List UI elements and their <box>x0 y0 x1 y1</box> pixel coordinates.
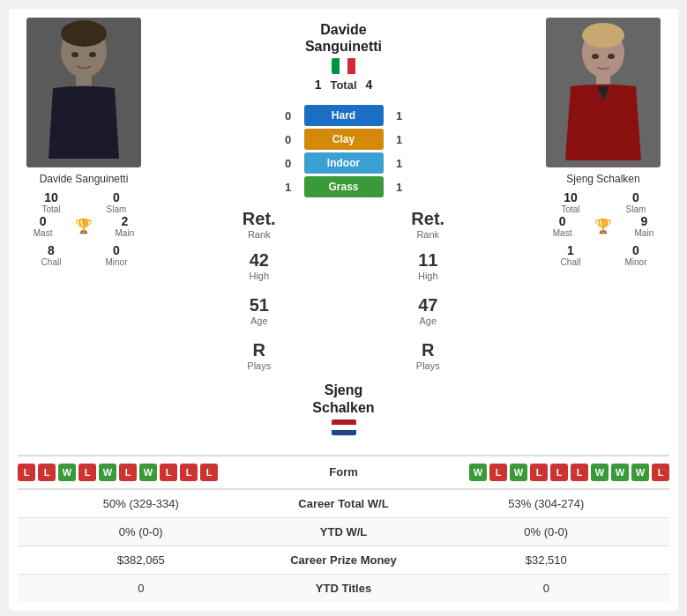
stats-section: 50% (329-334) Career Total W/L 53% (304-… <box>18 488 669 602</box>
player1-main-label: Main <box>116 228 135 238</box>
court-row-indoor: 0 Indoor 1 <box>166 152 521 174</box>
ytd-titles-p1: 0 <box>26 582 256 595</box>
svg-point-10 <box>592 54 599 59</box>
player2-total-cell: 10 Total <box>541 190 600 214</box>
p1-age-label: Age <box>250 315 269 326</box>
p2-plays-value: R <box>416 340 440 360</box>
p1-rank-block: Ret. Rank <box>243 209 276 240</box>
player2-total-label: Total <box>541 204 600 214</box>
form-badge-p1: L <box>78 464 96 481</box>
p2-rank-value: Ret. <box>411 209 444 229</box>
player1-flag <box>332 58 356 74</box>
form-badge-p2: W <box>510 464 527 481</box>
player2-minor-cell: 0 Minor <box>607 243 665 267</box>
player2-mast-label: Mast <box>553 228 572 238</box>
court-row-hard: 0 Hard 1 <box>166 105 521 126</box>
player1-total-label: Total <box>22 204 80 214</box>
total-row: 1 Total 4 <box>315 78 373 92</box>
form-badge-p2: L <box>489 464 507 481</box>
player1-trophy-icon: 🏆 <box>75 218 93 234</box>
form-badge-p1: L <box>200 464 218 481</box>
player2-panel: Sjeng Schalken 10 Total 0 Slam 0 Mast 🏆 <box>528 18 678 439</box>
svg-point-2 <box>61 20 107 47</box>
player2-chall-grid: 1 Chall 0 Minor <box>541 243 665 267</box>
grass-p2: 1 <box>391 181 408 194</box>
high-row: 42 High 11 High <box>166 243 521 288</box>
player2-total-value: 10 <box>541 190 600 204</box>
hard-button[interactable]: Hard <box>304 105 384 126</box>
player1-chall-value: 8 <box>22 243 80 257</box>
form-badge-p1: L <box>119 464 137 481</box>
player1-panel: Davide Sanguinetti 10 Total 0 Slam 0 Mas… <box>9 18 159 439</box>
player2-trophy-row: 0 Mast 🏆 9 Main <box>541 214 665 238</box>
player1-slam-label: Slam <box>87 204 146 214</box>
p1-age-value: 51 <box>250 295 269 315</box>
player1-mast-label: Mast <box>34 228 53 238</box>
p2-high-label: High <box>418 271 438 281</box>
form-badge-p1: L <box>180 464 198 481</box>
p2-high-block: 11 High <box>418 250 438 281</box>
prize-p1: $382,065 <box>26 553 256 567</box>
player1-minor-value: 0 <box>87 243 146 257</box>
clay-p2: 1 <box>391 133 408 146</box>
clay-p1: 0 <box>280 133 297 146</box>
player2-photo <box>546 18 661 167</box>
player2-main-value: 9 <box>635 214 654 228</box>
form-badge-p2: L <box>652 464 669 481</box>
career-wl-label: Career Total W/L <box>256 497 432 510</box>
court-row-grass: 1 Grass 1 <box>166 176 521 197</box>
player1-name-under: Davide Sanguinetti <box>40 173 129 185</box>
form-badge-p1: L <box>18 464 35 481</box>
player2-minor-label: Minor <box>607 257 665 267</box>
player2-mast-value: 0 <box>553 214 572 228</box>
ytd-titles-p2: 0 <box>432 582 661 595</box>
p1-plays-label: Plays <box>247 360 271 371</box>
p1-plays-block: R Plays <box>247 340 271 371</box>
career-wl-p1: 50% (329-334) <box>26 497 256 510</box>
player2-stats-grid: 10 Total 0 Slam <box>541 190 665 214</box>
prize-label: Career Prize Money <box>256 553 432 567</box>
indoor-button[interactable]: Indoor <box>304 152 384 174</box>
player1-main-cell: 2 Main <box>116 214 135 238</box>
player2-slam-cell: 0 Slam <box>607 190 665 214</box>
court-rows: 0 Hard 1 0 Clay 1 0 Indoor 1 <box>166 102 521 200</box>
player1-minor-cell: 0 Minor <box>87 243 146 267</box>
total-p1-score: 1 <box>315 78 322 92</box>
p2-high-value: 11 <box>418 250 438 271</box>
hard-p1: 0 <box>280 109 297 122</box>
ytd-wl-p2: 0% (0-0) <box>432 525 661 538</box>
form-badge-p2: L <box>550 464 568 481</box>
player2-form: WLWLLLWWWL <box>388 464 670 481</box>
form-badge-p1: L <box>38 464 56 481</box>
form-badge-p1: L <box>160 464 177 481</box>
player1-chall-grid: 8 Chall 0 Minor <box>22 243 146 267</box>
player1-main-value: 2 <box>116 214 135 228</box>
player1-mast-cell: 0 Mast <box>34 214 53 238</box>
player1-name-top: Davide Sanguinetti <box>305 21 382 55</box>
clay-button[interactable]: Clay <box>304 129 384 150</box>
form-badge-p2: L <box>530 464 548 481</box>
p2-plays-block: R Plays <box>416 340 440 371</box>
form-badge-p2: W <box>469 464 487 481</box>
grass-button[interactable]: Grass <box>304 176 384 197</box>
p1-age-block: 51 Age <box>250 295 269 326</box>
hard-p2: 1 <box>391 109 408 122</box>
career-wl-p2: 53% (304-274) <box>432 497 661 510</box>
player1-chall-label: Chall <box>22 257 80 267</box>
total-label: Total <box>330 78 356 92</box>
p1-high-value: 42 <box>249 250 269 271</box>
form-badge-p1: W <box>99 464 116 481</box>
player2-minor-value: 0 <box>607 243 665 257</box>
svg-point-5 <box>89 52 96 57</box>
form-badge-p1: W <box>139 464 157 481</box>
player1-minor-label: Minor <box>87 257 146 267</box>
form-badge-p2: W <box>591 464 609 481</box>
player2-main-label: Main <box>635 228 654 238</box>
form-row: LLWLWLWLLL Form WLWLLLWWWL <box>9 456 678 488</box>
ytd-wl-label: YTD W/L <box>256 525 432 538</box>
stats-row-ytd-titles: 0 YTD Titles 0 <box>18 574 669 602</box>
stats-row-prize: $382,065 Career Prize Money $32,510 <box>18 545 669 574</box>
player1-total-cell: 10 Total <box>22 190 80 214</box>
p1-plays-value: R <box>247 340 271 360</box>
indoor-p1: 0 <box>280 157 297 170</box>
